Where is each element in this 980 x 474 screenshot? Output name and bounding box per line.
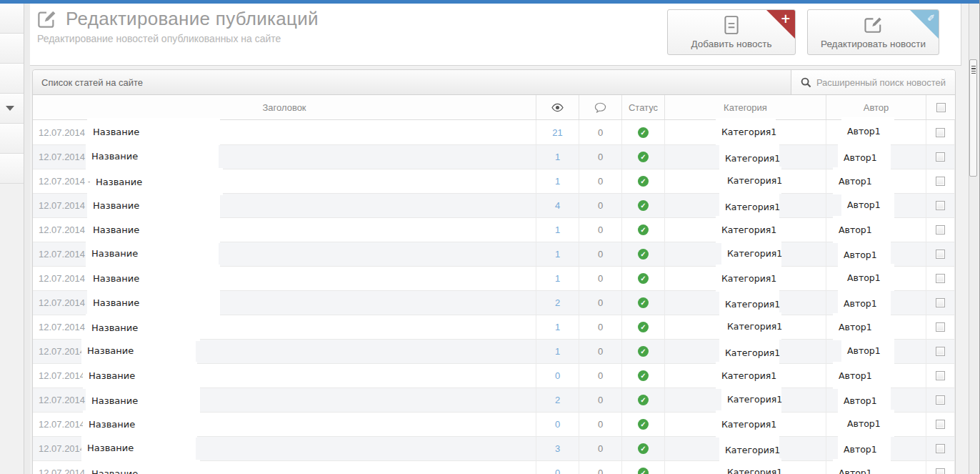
title-overlay: Название bbox=[86, 142, 219, 169]
row-author: Автор1 bbox=[839, 224, 872, 235]
checkbox-cell bbox=[926, 194, 955, 217]
row-title: Название bbox=[89, 370, 135, 381]
row-checkbox[interactable] bbox=[936, 201, 945, 210]
row-checkbox[interactable] bbox=[936, 395, 945, 405]
row-checkbox[interactable] bbox=[936, 274, 945, 283]
table-row: 12.07.2014 - 1 0 ✓ Название Категория1 А… bbox=[33, 242, 955, 266]
col-views-header[interactable] bbox=[536, 95, 579, 119]
row-checkbox[interactable] bbox=[936, 347, 945, 356]
author-overlay: Автор1 bbox=[833, 362, 886, 389]
row-checkbox[interactable] bbox=[936, 444, 945, 453]
col-status-header[interactable]: Статус bbox=[622, 95, 665, 119]
checkbox-cell bbox=[926, 291, 955, 315]
checkbox-cell bbox=[926, 218, 955, 242]
views-link[interactable]: 1 bbox=[555, 322, 560, 332]
category-overlay: Категория1 bbox=[716, 118, 776, 145]
status-published-icon: ✓ bbox=[638, 152, 649, 162]
page-header: Редактирование публикаций Редактирование… bbox=[30, 4, 961, 66]
row-checkbox[interactable] bbox=[936, 468, 945, 474]
views-cell: 1 bbox=[536, 315, 579, 339]
views-link[interactable]: 0 bbox=[555, 419, 560, 430]
row-author: Автор1 bbox=[844, 152, 877, 163]
comments-count: 0 bbox=[598, 419, 603, 430]
col-comments-header[interactable] bbox=[579, 95, 622, 119]
comments-cell: 0 bbox=[579, 120, 622, 144]
row-checkbox[interactable] bbox=[936, 371, 945, 380]
row-checkbox[interactable] bbox=[936, 177, 945, 186]
col-category-header[interactable]: Категория bbox=[665, 95, 826, 119]
row-date: 12.07.2014 - bbox=[39, 152, 91, 162]
sidebar bbox=[0, 4, 24, 474]
sidebar-item-3[interactable] bbox=[0, 64, 24, 94]
row-category: Категория1 bbox=[721, 224, 776, 235]
sidebar-item-5[interactable] bbox=[0, 124, 24, 154]
views-link[interactable]: 0 bbox=[555, 370, 560, 381]
author-overlay: Автор1 bbox=[833, 459, 886, 474]
status-cell: ✓ bbox=[622, 315, 665, 339]
views-link[interactable]: 4 bbox=[555, 200, 560, 211]
checkbox-cell bbox=[926, 267, 955, 290]
comments-cell: 0 bbox=[579, 388, 622, 412]
title-overlay: Название bbox=[87, 118, 220, 145]
views-link[interactable]: 0 bbox=[555, 468, 560, 474]
status-published-icon: ✓ bbox=[638, 395, 649, 405]
comments-cell: 0 bbox=[579, 461, 622, 474]
category-overlay: Категория1 bbox=[721, 167, 781, 194]
comments-cell: 0 bbox=[579, 218, 622, 242]
page-title: Редактирование публикаций bbox=[66, 8, 319, 30]
row-checkbox[interactable] bbox=[936, 128, 945, 137]
views-link[interactable]: 2 bbox=[555, 395, 560, 405]
scrollbar-track[interactable] bbox=[969, 4, 979, 474]
row-title: Название bbox=[93, 224, 139, 235]
row-checkbox[interactable] bbox=[936, 152, 945, 162]
author-overlay: Автор1 bbox=[841, 191, 894, 218]
sidebar-item-2[interactable] bbox=[0, 34, 24, 64]
checkbox-cell bbox=[926, 315, 955, 339]
row-title: Название bbox=[91, 322, 138, 333]
row-category: Категория1 bbox=[725, 202, 780, 212]
views-link[interactable]: 1 bbox=[555, 346, 560, 357]
status-published-icon: ✓ bbox=[638, 370, 649, 381]
views-link[interactable]: 3 bbox=[555, 443, 560, 454]
status-cell: ✓ bbox=[622, 413, 665, 436]
views-cell: 1 bbox=[536, 145, 579, 169]
views-link[interactable]: 21 bbox=[552, 127, 562, 138]
status-published-icon: ✓ bbox=[638, 273, 649, 284]
comments-count: 0 bbox=[598, 249, 603, 260]
scrollbar-thumb[interactable] bbox=[969, 59, 977, 177]
sidebar-item-1[interactable] bbox=[0, 4, 24, 34]
views-link[interactable]: 1 bbox=[555, 249, 560, 260]
row-checkbox[interactable] bbox=[936, 250, 945, 259]
row-author: Автор1 bbox=[847, 345, 881, 356]
row-checkbox[interactable] bbox=[936, 322, 945, 332]
col-author-header[interactable]: Автор bbox=[826, 95, 926, 119]
row-category: Категория1 bbox=[721, 127, 776, 137]
row-checkbox[interactable] bbox=[936, 420, 945, 429]
title-overlay: Название bbox=[87, 289, 220, 316]
views-cell: 0 bbox=[536, 413, 579, 436]
status-published-icon: ✓ bbox=[638, 249, 649, 260]
comments-count: 0 bbox=[598, 443, 603, 454]
views-link[interactable]: 1 bbox=[555, 224, 560, 235]
views-link[interactable]: 1 bbox=[555, 152, 560, 162]
comments-count: 0 bbox=[598, 468, 603, 474]
row-checkbox[interactable] bbox=[936, 298, 945, 307]
add-news-button[interactable]: + Добавить новость bbox=[667, 9, 796, 55]
views-link[interactable]: 2 bbox=[555, 297, 560, 308]
plus-icon: + bbox=[781, 11, 791, 26]
select-all-checkbox[interactable] bbox=[936, 103, 946, 112]
status-cell: ✓ bbox=[622, 194, 665, 217]
sidebar-item-6[interactable] bbox=[0, 154, 24, 184]
category-overlay: Категория1 bbox=[721, 458, 781, 474]
comments-count: 0 bbox=[598, 322, 603, 332]
comments-count: 0 bbox=[598, 127, 603, 138]
row-title: Название bbox=[87, 443, 134, 453]
sidebar-item-4[interactable] bbox=[0, 94, 24, 124]
edit-news-button[interactable]: ✐ Редактировать новости bbox=[807, 9, 939, 55]
views-link[interactable]: 1 bbox=[555, 176, 560, 187]
advanced-search-button[interactable]: Расширенный поиск новостей bbox=[791, 70, 955, 94]
views-link[interactable]: 1 bbox=[555, 273, 560, 284]
row-checkbox[interactable] bbox=[936, 225, 945, 234]
comments-cell: 0 bbox=[579, 145, 622, 169]
col-title-header[interactable]: Заголовок bbox=[33, 95, 536, 119]
